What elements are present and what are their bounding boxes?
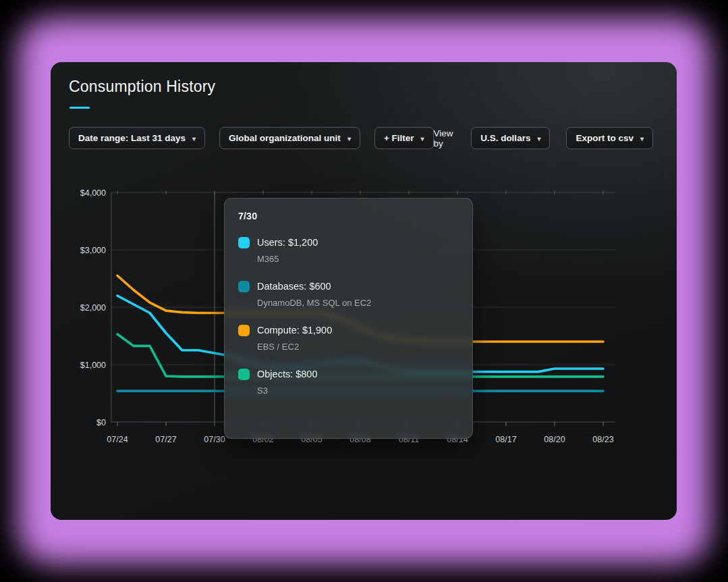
tooltip-entry: Databases: $600DynamoDB, MS SQL on EC2 <box>238 280 459 309</box>
legend-color-chip <box>238 281 250 292</box>
tooltip-entry: Compute: $1,900EBS / EC2 <box>238 323 459 353</box>
tooltip-entry-detail: EBS / EC2 <box>257 341 459 353</box>
svg-text:$4,000: $4,000 <box>80 188 106 198</box>
svg-text:07/24: 07/24 <box>107 435 128 444</box>
svg-text:$0: $0 <box>96 418 106 427</box>
svg-text:$1,000: $1,000 <box>80 361 106 370</box>
tooltip-entry: Objects: $800S3 <box>238 367 459 397</box>
svg-text:$2,000: $2,000 <box>80 303 106 313</box>
tooltip-entry-detail: S3 <box>257 385 459 397</box>
svg-text:$3,000: $3,000 <box>80 246 106 255</box>
svg-text:07/30: 07/30 <box>204 435 225 444</box>
svg-text:08/17: 08/17 <box>495 435 516 444</box>
svg-text:08/20: 08/20 <box>544 435 565 444</box>
consumption-history-card: Consumption History Date range: Last 31 … <box>51 62 677 520</box>
tooltip-entry-detail: DynamoDB, MS SQL on EC2 <box>257 297 459 309</box>
chart-tooltip: 7/30 Users: $1,200M365Databases: $600Dyn… <box>224 198 473 439</box>
tooltip-entry-detail: M365 <box>257 253 459 265</box>
tooltip-entry-label: Databases: $600 <box>257 280 331 293</box>
page-background: Consumption History Date range: Last 31 … <box>0 0 728 582</box>
tooltip-entry: Users: $1,200M365 <box>238 236 459 265</box>
tooltip-date: 7/30 <box>238 211 459 221</box>
tooltip-entries: Users: $1,200M365Databases: $600DynamoDB… <box>238 236 459 397</box>
svg-text:08/23: 08/23 <box>592 435 613 444</box>
tooltip-entry-label: Objects: $800 <box>257 367 317 381</box>
legend-color-chip <box>238 237 250 248</box>
legend-color-chip <box>238 325 250 336</box>
legend-color-chip <box>238 369 250 380</box>
tooltip-entry-label: Compute: $1,900 <box>257 323 332 337</box>
tooltip-entry-label: Users: $1,200 <box>257 236 318 249</box>
svg-text:07/27: 07/27 <box>155 435 176 444</box>
